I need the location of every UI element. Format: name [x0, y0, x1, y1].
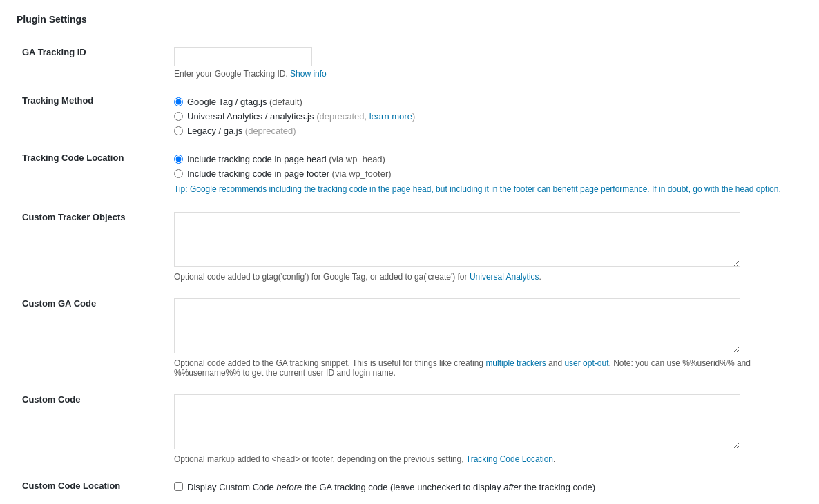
custom-code-textarea[interactable]: [174, 394, 740, 449]
tracking-method-label: Tracking Method: [17, 87, 168, 144]
custom-tracker-objects-field: Optional code added to gtag('config') fo…: [168, 204, 802, 290]
ga-tracking-id-help: Enter your Google Tracking ID. Show info: [174, 69, 797, 79]
user-opt-out-link[interactable]: user opt-out: [564, 358, 608, 368]
page-title: Plugin Settings: [17, 14, 802, 25]
tracking-method-radio-group: Google Tag / gtag.js (default) Universal…: [174, 97, 797, 136]
tracking-location-tip: Tip: Google recommends including the tra…: [174, 183, 797, 195]
multiple-trackers-link[interactable]: multiple trackers: [485, 358, 546, 368]
tracking-code-location-field: Include tracking code in page head (via …: [168, 144, 802, 204]
ga-tracking-id-row: GA Tracking ID Enter your Google Trackin…: [17, 39, 802, 87]
settings-table: GA Tracking ID Enter your Google Trackin…: [17, 39, 802, 504]
custom-code-location-row: Custom Code Location Display Custom Code…: [17, 472, 802, 503]
custom-tracker-objects-textarea[interactable]: [174, 212, 740, 267]
custom-ga-code-help: Optional code added to the GA tracking s…: [174, 358, 797, 378]
custom-tracker-objects-label: Custom Tracker Objects: [17, 204, 168, 290]
custom-tracker-objects-row: Custom Tracker Objects Optional code add…: [17, 204, 802, 290]
show-info-link[interactable]: Show info: [290, 69, 327, 79]
custom-ga-code-row: Custom GA Code Optional code added to th…: [17, 290, 802, 386]
learn-more-link[interactable]: learn more: [369, 111, 412, 122]
ga-tracking-id-field: Enter your Google Tracking ID. Show info: [168, 39, 802, 87]
custom-ga-code-label: Custom GA Code: [17, 290, 168, 386]
tracking-code-location-label: Tracking Code Location: [17, 144, 168, 204]
ga-tracking-id-label: GA Tracking ID: [17, 39, 168, 87]
custom-code-location-checkbox[interactable]: [174, 482, 183, 491]
universal-analytics-link[interactable]: Universal Analytics: [470, 272, 539, 282]
tracking-location-radio-group: Include tracking code in page head (via …: [174, 154, 797, 179]
custom-code-location-field: Display Custom Code before the GA tracki…: [168, 472, 802, 503]
custom-code-help: Optional markup added to <head> or foote…: [174, 454, 797, 464]
custom-ga-code-field: Optional code added to the GA tracking s…: [168, 290, 802, 386]
custom-code-field: Optional markup added to <head> or foote…: [168, 386, 802, 472]
custom-code-label: Custom Code: [17, 386, 168, 472]
tracking-code-location-row: Tracking Code Location Include tracking …: [17, 144, 802, 204]
custom-tracker-objects-help: Optional code added to gtag('config') fo…: [174, 272, 797, 282]
tracking-method-gtag-radio[interactable]: [174, 97, 183, 106]
tracking-code-location-link[interactable]: Tracking Code Location: [466, 454, 553, 464]
tracking-method-analytics-radio[interactable]: [174, 112, 183, 121]
custom-ga-code-textarea[interactable]: [174, 298, 740, 353]
tracking-method-analytics[interactable]: Universal Analytics / analytics.js (depr…: [174, 111, 797, 122]
tracking-method-row: Tracking Method Google Tag / gtag.js (de…: [17, 87, 802, 144]
tracking-location-head[interactable]: Include tracking code in page head (via …: [174, 154, 797, 164]
tracking-location-head-radio[interactable]: [174, 155, 183, 164]
tracking-method-field: Google Tag / gtag.js (default) Universal…: [168, 87, 802, 144]
custom-code-row: Custom Code Optional markup added to <he…: [17, 386, 802, 472]
tracking-method-legacy[interactable]: Legacy / ga.js (deprecated): [174, 126, 797, 136]
ga-tracking-id-input[interactable]: [174, 47, 312, 66]
tracking-method-gtag[interactable]: Google Tag / gtag.js (default): [174, 97, 797, 107]
custom-code-location-checkbox-label[interactable]: Display Custom Code before the GA tracki…: [174, 481, 797, 494]
tracking-location-footer-radio[interactable]: [174, 169, 183, 178]
tracking-location-footer[interactable]: Include tracking code in page footer (vi…: [174, 168, 797, 179]
tracking-method-legacy-radio[interactable]: [174, 126, 183, 135]
custom-code-location-label: Custom Code Location: [17, 472, 168, 503]
